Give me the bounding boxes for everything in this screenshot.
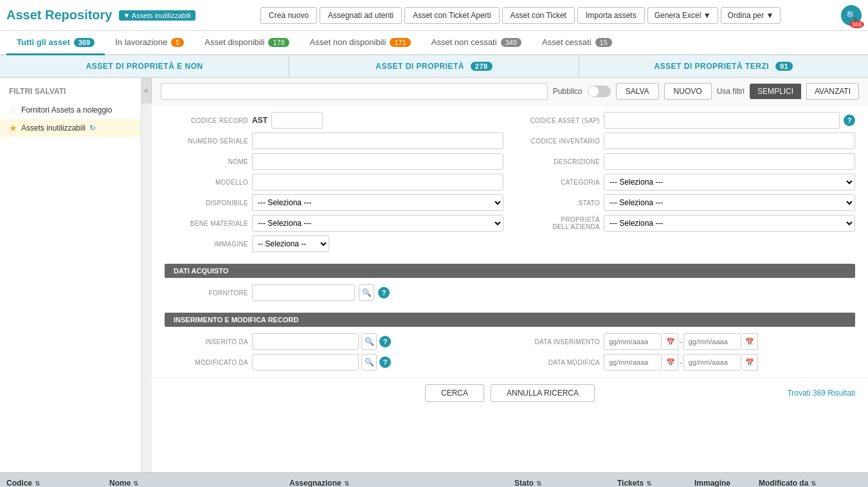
- modificato-da-input-row: 🔍 ?: [252, 354, 391, 371]
- bene-materiale-select[interactable]: --- Seleziona ---: [252, 215, 503, 232]
- data-modifica-from[interactable]: [604, 354, 662, 371]
- trovati-label: Trovati 369 Risultati: [787, 389, 855, 398]
- th-tickets[interactable]: Tickets ⇅: [617, 479, 694, 487]
- inserito-da-input[interactable]: [252, 333, 359, 350]
- tab-disponibili-badge: 178: [268, 38, 289, 47]
- data-inserimento-to[interactable]: [683, 333, 741, 350]
- modello-input[interactable]: [252, 174, 503, 190]
- numero-seriale-label: NUMERO SERIALE: [165, 138, 248, 145]
- bene-materiale-label: BENE MATERIALE: [165, 220, 248, 227]
- dati-acquisto-form: FORNITORE 🔍 ?: [152, 280, 868, 308]
- calendar-icon-1[interactable]: 📅: [663, 333, 678, 350]
- avanzati-button[interactable]: AVANZATI: [806, 83, 859, 100]
- numero-seriale-input[interactable]: [252, 133, 503, 149]
- modificato-da-help[interactable]: ?: [379, 356, 391, 368]
- annulla-button[interactable]: ANNULLA RICERCA: [491, 384, 595, 402]
- ordina-per-button[interactable]: Ordina per ▼: [721, 7, 781, 24]
- asset-ticket-button[interactable]: Asset con Ticket: [502, 7, 575, 24]
- salva-button[interactable]: SALVA: [616, 83, 659, 100]
- descrizione-input[interactable]: [604, 153, 855, 170]
- inserito-da-row: INSERITO DA 🔍 ?: [165, 333, 503, 350]
- codice-asset-input[interactable]: [604, 112, 840, 129]
- th-stato[interactable]: Stato ⇅: [514, 479, 617, 487]
- search-count-badge: 369: [849, 21, 864, 28]
- tab-tutti-asset[interactable]: Tutti gli asset 369: [6, 31, 105, 55]
- sort-tickets-icon: ⇅: [646, 480, 651, 487]
- th-assegnazione[interactable]: Assegnazione ⇅: [289, 479, 514, 487]
- tab-non-cessati-badge: 349: [501, 38, 521, 47]
- nuovo-button[interactable]: NUOVO: [664, 83, 712, 100]
- sidebar-collapse-button[interactable]: <: [141, 78, 152, 104]
- tab-disponibili[interactable]: Asset disponibili 178: [194, 31, 300, 55]
- calendar-icon-3[interactable]: 📅: [663, 354, 678, 371]
- importa-button[interactable]: Importa assets: [577, 7, 645, 24]
- ticket-aperti-button[interactable]: Asset con Ticket Aperti: [404, 7, 499, 24]
- fornitore-help[interactable]: ?: [378, 287, 390, 299]
- cerca-button[interactable]: CERCA: [425, 384, 484, 402]
- refresh-icon[interactable]: ↻: [89, 124, 96, 133]
- inserito-da-help[interactable]: ?: [379, 336, 391, 347]
- proprieta-azienda-select[interactable]: --- Seleziona ---: [604, 215, 855, 232]
- tab-non-disponibili-badge: 171: [390, 38, 410, 47]
- modificato-da-search[interactable]: 🔍: [361, 354, 377, 371]
- codice-record-row: CODICE RECORD AST: [165, 112, 503, 129]
- categoria-select[interactable]: --- Seleziona ---: [604, 174, 855, 190]
- usa-filtri-label: Usa filtri: [717, 87, 745, 96]
- nome-input[interactable]: [252, 153, 503, 170]
- modello-row: MODELLO: [165, 174, 503, 190]
- immagine-select[interactable]: -- Seleziona --: [252, 235, 329, 252]
- codice-record-input[interactable]: [271, 112, 323, 129]
- data-modifica-range: 📅 - 📅: [604, 354, 758, 371]
- assegnati-button[interactable]: Assegnati ad utenti: [320, 7, 402, 24]
- proprieta-azienda-label: PROPRIETÀ DELL'AZIENDA: [516, 216, 600, 230]
- global-search-button[interactable]: 🔍 369: [841, 5, 862, 26]
- prop-badge-278: 278: [471, 62, 493, 71]
- filter-badge[interactable]: ▼ Assets inutilizzabili: [119, 10, 195, 21]
- tab-non-disponibili[interactable]: Asset non disponibili 171: [300, 31, 421, 55]
- sidebar-item-fornitori[interactable]: ☆ Fornitori Assets a noleggio: [0, 101, 141, 119]
- crea-nuovo-button[interactable]: Crea nuovo: [260, 7, 317, 24]
- modello-label: MODELLO: [165, 179, 248, 186]
- th-immagine: Immagine: [694, 479, 759, 487]
- filter-form: CODICE RECORD AST CODICE ASSET (SAP) ? N…: [152, 106, 868, 259]
- tab-cessati[interactable]: Asset cessati 15: [532, 31, 622, 55]
- tab-non-cessati[interactable]: Asset non cessati 349: [421, 31, 532, 55]
- modificato-da-input[interactable]: [252, 354, 359, 371]
- codice-inventario-input[interactable]: [604, 133, 855, 149]
- genera-excel-button[interactable]: Genera Excel ▼: [647, 7, 718, 24]
- th-nome[interactable]: Nome ⇅: [109, 479, 289, 487]
- codice-asset-help[interactable]: ?: [844, 115, 855, 126]
- th-modificato-da[interactable]: Modificato da ⇅: [759, 479, 862, 487]
- tab-tutti-badge: 369: [74, 38, 95, 47]
- data-inserimento-row: DATA INSERIMENTO 📅 - 📅: [516, 333, 855, 350]
- inserito-da-input-row: 🔍 ?: [252, 333, 391, 350]
- prop-filter-all[interactable]: ASSET DI PROPRIETÀ E NON: [0, 55, 289, 77]
- stato-select[interactable]: --- Seleziona ---: [604, 194, 855, 211]
- data-inserimento-range: 📅 - 📅: [604, 333, 758, 350]
- fornitore-input[interactable]: [252, 284, 355, 301]
- filter-name-input[interactable]: Assets inutilizzabili: [161, 83, 548, 100]
- star-icon-inutilizzabili[interactable]: ★: [9, 123, 17, 133]
- fornitore-search-button[interactable]: 🔍: [359, 284, 374, 301]
- calendar-icon-2[interactable]: 📅: [743, 333, 758, 350]
- calendar-icon-4[interactable]: 📅: [743, 354, 758, 371]
- tabs-row: Tutti gli asset 369 In lavorazione 5 Ass…: [0, 31, 868, 55]
- prop-filter-proprieta[interactable]: ASSET DI PROPRIETÀ 278: [289, 55, 579, 77]
- semplici-button[interactable]: SEMPLICI: [750, 84, 801, 99]
- star-icon-fornitori[interactable]: ☆: [9, 105, 17, 115]
- data-inserimento-from[interactable]: [604, 333, 662, 350]
- prop-filter-terzi[interactable]: ASSET DI PROPRIETÀ TERZI 91: [579, 55, 868, 77]
- tab-cessati-badge: 15: [595, 38, 612, 47]
- disponibile-select[interactable]: --- Seleziona ---: [252, 194, 503, 211]
- top-nav: Crea nuovo Assegnati ad utenti Asset con…: [206, 7, 836, 24]
- th-codice[interactable]: Codice ⇅: [6, 479, 109, 487]
- bene-materiale-row: BENE MATERIALE --- Seleziona ---: [165, 215, 503, 232]
- sidebar-item-inutilizzabili[interactable]: ★ Assets inutilizzabili ↻: [0, 119, 141, 137]
- tab-in-lavorazione[interactable]: In lavorazione 5: [105, 31, 194, 55]
- inserito-da-search[interactable]: 🔍: [361, 333, 377, 350]
- table-header: Codice ⇅ Nome ⇅ Assegnazione ⇅ Stato ⇅ T…: [0, 473, 868, 487]
- data-modifica-to[interactable]: [683, 354, 741, 371]
- disponibile-row: DISPONIBILE --- Seleziona ---: [165, 194, 503, 211]
- pubblico-toggle[interactable]: [588, 86, 611, 97]
- inserito-da-label: INSERITO DA: [165, 338, 248, 345]
